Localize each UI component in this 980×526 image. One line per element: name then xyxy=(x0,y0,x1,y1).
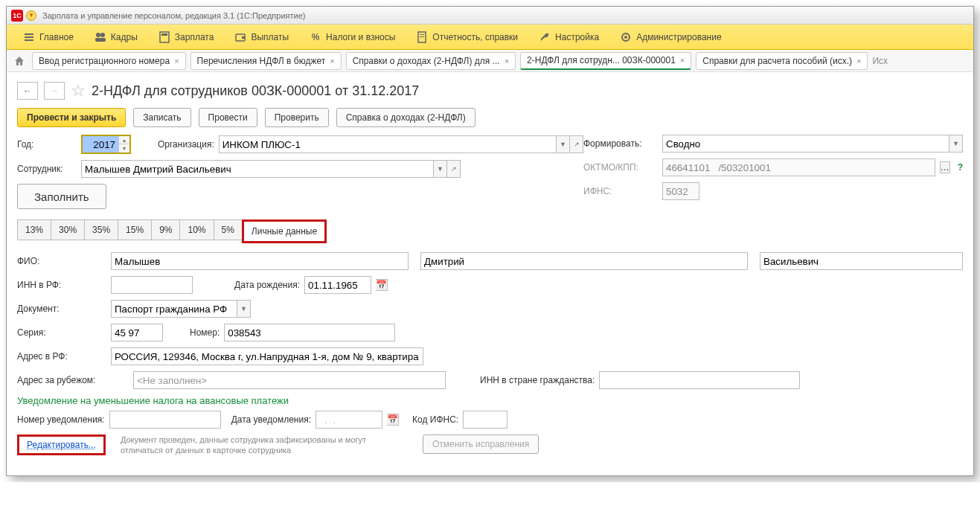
oktmo-more[interactable]: … xyxy=(940,161,950,173)
notice-ifns-input[interactable] xyxy=(463,411,507,429)
number-input[interactable] xyxy=(224,324,395,341)
year-label: Год: xyxy=(17,139,77,150)
app-title: Зарплата и управление персоналом, редакц… xyxy=(42,11,305,20)
menu-icon xyxy=(23,31,35,43)
series-label: Серия: xyxy=(17,327,106,338)
rate-tab-10[interactable]: 10% xyxy=(179,219,214,240)
tab-2ndfl-current[interactable]: 2-НДФЛ для сотрудн... 00ЗК-000001× xyxy=(520,52,691,70)
rate-tab-35[interactable]: 35% xyxy=(84,219,118,240)
edit-link[interactable]: Редактировать... xyxy=(27,440,96,450)
addr-rf-label: Адрес в РФ: xyxy=(17,351,106,362)
lastname-input[interactable] xyxy=(111,252,409,270)
post-and-close-button[interactable]: Провести и закрыть xyxy=(17,108,126,127)
edit-link-box: Редактировать... xyxy=(17,434,106,455)
cancel-edits-button[interactable]: Отменить исправления xyxy=(423,434,539,454)
employee-open[interactable]: ↗ xyxy=(447,160,461,178)
calendar-icon[interactable]: 📅 xyxy=(376,279,388,291)
inn-abroad-input[interactable] xyxy=(599,371,800,389)
notice-number-input[interactable] xyxy=(109,411,221,429)
svg-point-14 xyxy=(624,36,627,39)
post-button[interactable]: Провести xyxy=(199,108,257,127)
wallet-icon xyxy=(234,31,246,43)
year-up[interactable]: ▲ xyxy=(119,136,129,144)
svg-rect-2 xyxy=(25,39,33,41)
tab-benefits[interactable]: Справки для расчета пособий (исх.)× xyxy=(696,52,868,70)
form-mode-dropdown[interactable]: ▼ xyxy=(949,135,963,153)
tab-label: Справки о доходах (2-НДФЛ) для ... xyxy=(353,56,500,66)
home-tab[interactable] xyxy=(11,53,28,69)
rate-tab-9[interactable]: 9% xyxy=(151,219,180,240)
nav-forward[interactable]: → xyxy=(44,82,65,100)
menu-payments[interactable]: Выплаты xyxy=(224,25,299,49)
svg-rect-5 xyxy=(95,38,106,42)
tab-reg-number[interactable]: Ввод регистрационного номера× xyxy=(32,52,186,70)
inn-rf-label: ИНН в РФ: xyxy=(17,280,106,290)
personal-data-tab[interactable]: Личные данные xyxy=(242,219,327,243)
close-icon[interactable]: × xyxy=(505,57,509,65)
middlename-input[interactable] xyxy=(760,252,963,270)
svg-point-3 xyxy=(96,33,100,37)
org-input[interactable] xyxy=(219,135,557,153)
svg-rect-11 xyxy=(420,34,424,35)
close-icon[interactable]: × xyxy=(330,57,334,65)
notice-ifns-label: Код ИФНС: xyxy=(412,414,458,425)
save-button[interactable]: Записать xyxy=(133,108,190,127)
help-icon[interactable]: ? xyxy=(958,162,963,173)
year-input[interactable] xyxy=(83,136,118,153)
menu-admin-label: Администрирование xyxy=(636,32,721,42)
menu-reports[interactable]: Отчетность, справки xyxy=(406,25,528,49)
menu-home-label: Главное xyxy=(39,32,74,42)
svg-rect-1 xyxy=(25,36,33,38)
app-menu-dropdown[interactable]: ▼ xyxy=(26,10,36,21)
menu-salary[interactable]: Зарплата xyxy=(148,25,225,49)
calendar-icon[interactable]: 📅 xyxy=(387,414,399,426)
star-icon[interactable]: ☆ xyxy=(71,81,86,100)
org-dropdown[interactable]: ▼ xyxy=(557,135,570,153)
tab-ndfl-transfer[interactable]: Перечисления НДФЛ в бюджет× xyxy=(190,52,342,70)
year-input-group: ▲ ▼ xyxy=(81,135,131,154)
nav-back[interactable]: ← xyxy=(17,82,38,100)
rate-tab-30[interactable]: 30% xyxy=(51,219,85,240)
menu-staff[interactable]: Кадры xyxy=(84,25,148,49)
menu-taxes[interactable]: % Налоги и взносы xyxy=(299,25,406,49)
notice-date-input[interactable] xyxy=(316,411,382,429)
oktmo-input xyxy=(662,158,935,176)
menu-admin[interactable]: Администрирование xyxy=(609,25,731,49)
oktmo-label: ОКТМО/КПП: xyxy=(583,162,658,173)
rate-tab-5[interactable]: 5% xyxy=(214,219,243,240)
org-open[interactable]: ↗ xyxy=(570,135,583,153)
notice-number-label: Номер уведомления: xyxy=(17,414,105,425)
notice-section-title: Уведомление на уменьшение налога на аван… xyxy=(17,395,963,406)
series-input[interactable] xyxy=(111,324,163,341)
close-icon[interactable]: × xyxy=(856,57,861,65)
form-mode-input[interactable] xyxy=(662,135,949,153)
tab-label: 2-НДФЛ для сотрудн... 00ЗК-000001 xyxy=(527,55,676,65)
inn-abroad-label: ИНН в стране гражданства: xyxy=(480,375,595,385)
gear-icon xyxy=(620,31,632,43)
dob-input[interactable] xyxy=(304,276,371,294)
addr-rf-input[interactable] xyxy=(111,347,423,365)
rate-tab-13[interactable]: 13% xyxy=(17,219,51,240)
employee-dropdown[interactable]: ▼ xyxy=(434,160,447,178)
doc-type-dropdown[interactable]: ▼ xyxy=(237,300,251,318)
menu-salary-label: Зарплата xyxy=(175,32,214,42)
logo-1c-icon: 1C xyxy=(11,10,23,22)
income-cert-button[interactable]: Справка о доходах (2-НДФЛ) xyxy=(336,108,475,127)
tab-2ndfl-ref[interactable]: Справки о доходах (2-НДФЛ) для ...× xyxy=(346,52,516,70)
rate-tab-15[interactable]: 15% xyxy=(118,219,152,240)
wrench-icon xyxy=(539,31,551,43)
close-icon[interactable]: × xyxy=(174,57,179,65)
menu-home[interactable]: Главное xyxy=(13,25,84,49)
employee-input[interactable] xyxy=(81,160,434,178)
doc-type-input[interactable] xyxy=(111,300,237,318)
org-label: Организация: xyxy=(158,139,214,150)
close-icon[interactable]: × xyxy=(680,56,685,65)
svg-point-4 xyxy=(100,33,105,37)
inn-rf-input[interactable] xyxy=(111,276,193,294)
fill-button[interactable]: Заполнить xyxy=(17,184,106,209)
menu-settings[interactable]: Настройка xyxy=(528,25,609,49)
check-button[interactable]: Проверить xyxy=(265,108,329,127)
addr-abroad-input[interactable] xyxy=(133,371,446,389)
firstname-input[interactable] xyxy=(420,252,748,270)
year-down[interactable]: ▼ xyxy=(119,144,129,153)
